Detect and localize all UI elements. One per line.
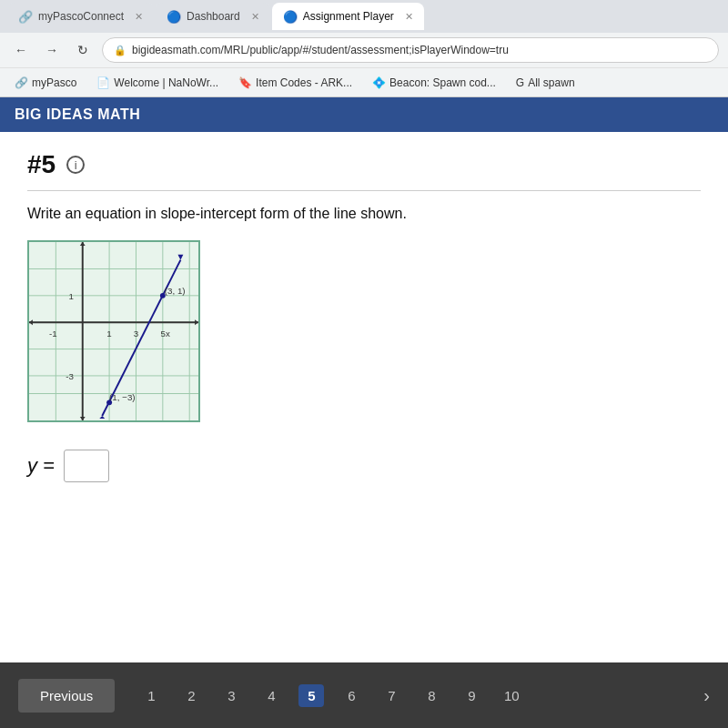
svg-marker-15 <box>29 319 33 325</box>
svg-point-30 <box>106 399 112 405</box>
page-7[interactable]: 7 <box>379 688 404 703</box>
bookmark-allspawn-icon: G <box>516 76 524 89</box>
assignment-icon: 🔵 <box>283 10 298 24</box>
bookmark-welcome-label: Welcome | NaNoWr... <box>114 76 218 89</box>
svg-text:3: 3 <box>134 329 138 339</box>
info-icon[interactable]: i <box>66 156 85 174</box>
question-number: #5 <box>27 150 56 179</box>
lock-icon: 🔒 <box>114 45 126 56</box>
bookmark-itemcodes-icon: 🔖 <box>238 76 252 89</box>
svg-point-29 <box>160 293 166 298</box>
page-10[interactable]: 10 <box>499 688 524 703</box>
svg-text:(3, 1): (3, 1) <box>165 286 186 296</box>
forward-button[interactable]: → <box>40 38 64 62</box>
svg-text:1: 1 <box>69 291 74 301</box>
browser-chrome: 🔗 myPascoConnect ✕ 🔵 Dashboard ✕ 🔵 Assig… <box>0 0 728 97</box>
bookmark-mypasco-label: myPasco <box>32 76 76 89</box>
page-8[interactable]: 8 <box>419 688 444 703</box>
svg-text:-3: -3 <box>66 371 74 381</box>
page-6[interactable]: 6 <box>339 688 364 703</box>
back-button[interactable]: ← <box>9 38 33 62</box>
tab-bar: 🔗 myPascoConnect ✕ 🔵 Dashboard ✕ 🔵 Assig… <box>0 0 728 33</box>
svg-marker-25 <box>177 255 183 260</box>
answer-input[interactable] <box>64 450 109 482</box>
mypasco-icon: 🔗 <box>18 10 33 24</box>
bookmark-allspawn[interactable]: G All spawn <box>509 75 582 91</box>
answer-area: y = <box>27 450 701 482</box>
bookmark-itemcodes-label: Item Codes - ARK... <box>256 76 352 89</box>
graph-svg: -1 1 3 5x 1 -3 (3, 1) (1, −3) <box>29 242 198 420</box>
tab-mypasco-label: myPascoConnect <box>38 10 124 23</box>
dashboard-icon: 🔵 <box>167 10 181 24</box>
bookmarks-bar: 🔗 myPasco 📄 Welcome | NaNoWr... 🔖 Item C… <box>0 67 728 96</box>
page-1[interactable]: 1 <box>138 688 164 703</box>
tab-dashboard-close[interactable]: ✕ <box>251 11 259 23</box>
svg-marker-17 <box>80 417 86 420</box>
bookmark-beacon-label: Beacon: Spawn cod... <box>389 76 496 89</box>
next-arrow-icon[interactable]: › <box>703 685 710 706</box>
svg-text:5x: 5x <box>161 329 170 339</box>
tab-dashboard[interactable]: 🔵 Dashboard ✕ <box>156 3 270 30</box>
svg-marker-26 <box>99 416 105 419</box>
app-header: BIG IDEAS MATH <box>0 97 728 132</box>
tab-assignment-close[interactable]: ✕ <box>405 11 413 23</box>
page-9[interactable]: 9 <box>459 688 484 703</box>
bookmark-welcome[interactable]: 📄 Welcome | NaNoWr... <box>89 75 226 91</box>
previous-button[interactable]: Previous <box>18 679 115 713</box>
address-box[interactable]: 🔒 bigideasmath.com/MRL/public/app/#/stud… <box>102 37 719 63</box>
bookmark-beacon[interactable]: 💠 Beacon: Spawn cod... <box>365 75 503 91</box>
graph-container: -1 1 3 5x 1 -3 (3, 1) (1, −3) <box>27 240 200 422</box>
question-text: Write an equation in slope-intercept for… <box>27 206 701 222</box>
svg-text:-1: -1 <box>49 329 57 339</box>
tab-mypasco-close[interactable]: ✕ <box>135 11 143 23</box>
bookmark-itemcodes[interactable]: 🔖 Item Codes - ARK... <box>231 75 359 91</box>
bookmark-welcome-icon: 📄 <box>96 76 110 89</box>
tab-assignment-label: Assignment Player <box>303 10 394 23</box>
svg-marker-16 <box>80 242 86 246</box>
page-4[interactable]: 4 <box>258 688 284 703</box>
main-content: #5 i Write an equation in slope-intercep… <box>0 132 728 649</box>
tab-dashboard-label: Dashboard <box>187 10 240 23</box>
page-2[interactable]: 2 <box>178 688 204 703</box>
svg-text:(1, −3): (1, −3) <box>109 392 135 402</box>
bookmark-mypasco-icon: 🔗 <box>15 76 28 89</box>
refresh-button[interactable]: ↻ <box>71 38 95 62</box>
question-header: #5 i <box>27 150 701 191</box>
page-5[interactable]: 5 <box>298 684 324 707</box>
bottom-nav: Previous 1 2 3 4 5 6 7 8 9 10 › <box>0 662 728 728</box>
app-title: BIG IDEAS MATH <box>15 106 140 122</box>
address-text: bigideasmath.com/MRL/public/app/#/studen… <box>132 44 509 56</box>
tab-assignment[interactable]: 🔵 Assignment Player ✕ <box>272 3 424 30</box>
page-3[interactable]: 3 <box>218 688 244 703</box>
svg-text:1: 1 <box>106 329 111 339</box>
bookmark-beacon-icon: 💠 <box>372 76 386 89</box>
tab-mypasco[interactable]: 🔗 myPascoConnect ✕ <box>7 3 154 30</box>
y-equals-label: y = <box>27 454 55 478</box>
bookmark-mypasco[interactable]: 🔗 myPasco <box>7 75 84 91</box>
bookmark-allspawn-label: All spawn <box>528 76 574 89</box>
address-bar-row: ← → ↻ 🔒 bigideasmath.com/MRL/public/app/… <box>0 33 728 67</box>
svg-marker-14 <box>195 319 198 325</box>
